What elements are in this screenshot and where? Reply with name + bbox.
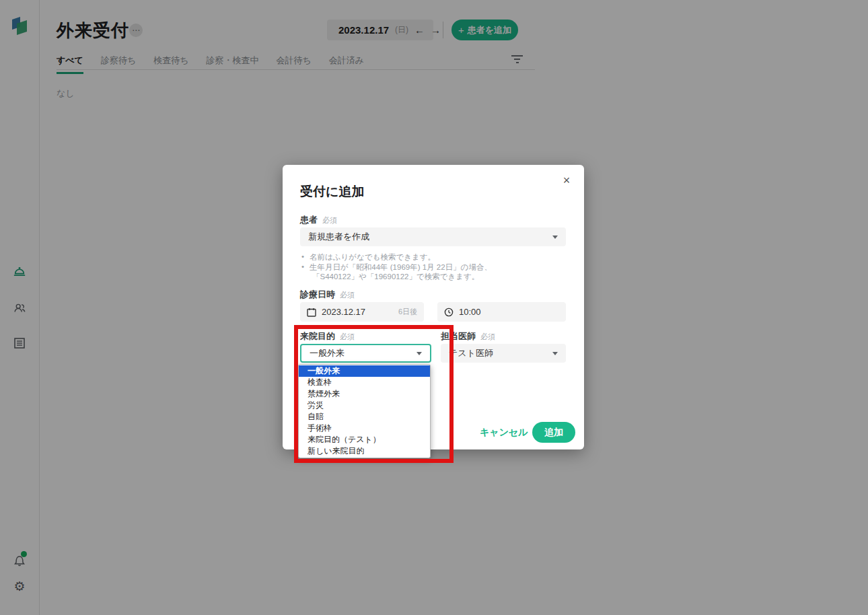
close-icon[interactable]: × <box>560 174 573 187</box>
purpose-select-value: 一般外来 <box>310 347 345 359</box>
visit-date-value: 2023.12.17 <box>322 307 365 317</box>
hint-line: • 生年月日が「昭和44年 (1969年) 1月 22日」の場合、 <box>301 262 492 273</box>
purpose-option[interactable]: 労災 <box>299 400 430 411</box>
doctor-select-value: テスト医師 <box>449 347 493 359</box>
purpose-option[interactable]: 自賠 <box>299 411 430 423</box>
purpose-label: 来院目的必須 <box>300 330 355 342</box>
app-window: ⚙ 外来受付 ⋯ 2023.12.17 (日) ← → + 患者を追加 すべて … <box>0 0 868 615</box>
chevron-down-icon <box>552 236 558 239</box>
purpose-option[interactable]: 禁煙外来 <box>299 388 430 400</box>
cancel-button[interactable]: キャンセル <box>480 427 528 439</box>
relative-days-label: 6日後 <box>398 307 417 317</box>
patient-select-value: 新規患者を作成 <box>308 231 369 243</box>
purpose-option[interactable]: 来院目的（テスト） <box>299 434 430 445</box>
purpose-option[interactable]: 検査枠 <box>299 377 430 388</box>
clock-icon <box>444 308 454 317</box>
required-badge: 必須 <box>340 291 355 299</box>
doctor-label: 担当医師必須 <box>441 330 495 342</box>
purpose-option[interactable]: 一般外来 <box>299 365 430 377</box>
visit-date-field[interactable]: 2023.12.17 6日後 <box>300 302 424 322</box>
purpose-options-popup: 一般外来 検査枠 禁煙外来 労災 自賠 手術枠 来院目的（テスト） 新しい来院目… <box>298 364 431 458</box>
submit-button[interactable]: 追加 <box>532 422 575 443</box>
chevron-down-icon <box>552 352 558 355</box>
bullet-icon: • <box>301 262 304 273</box>
required-badge: 必須 <box>340 332 355 340</box>
hint-line: 「S440122」や「19690122」で検索できます。 <box>301 272 479 282</box>
visit-time-field[interactable]: 10:00 <box>437 302 566 322</box>
required-badge: 必須 <box>480 332 495 340</box>
calendar-icon <box>307 308 316 317</box>
purpose-select[interactable]: 一般外来 <box>300 344 431 363</box>
purpose-option[interactable]: 新しい来院目的 <box>299 445 430 457</box>
hint-line: • 名前はふりがなでも検索できます。 <box>301 252 435 262</box>
chevron-down-icon <box>417 352 422 355</box>
required-badge: 必須 <box>322 216 337 224</box>
modal-title: 受付に追加 <box>300 183 364 201</box>
patient-label: 患者必須 <box>300 214 337 226</box>
bullet-icon: • <box>301 252 304 262</box>
doctor-select[interactable]: テスト医師 <box>441 344 566 363</box>
patient-select[interactable]: 新規患者を作成 <box>300 227 566 246</box>
datetime-label: 診療日時必須 <box>300 289 355 301</box>
purpose-option[interactable]: 手術枠 <box>299 423 430 434</box>
visit-time-value: 10:00 <box>459 307 481 317</box>
